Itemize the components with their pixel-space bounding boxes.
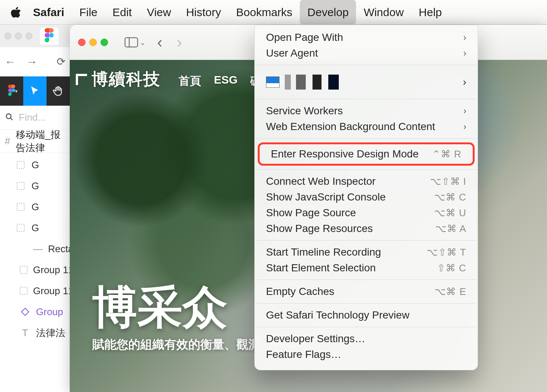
menu-shortcut: ⌥⌘ U <box>434 207 466 219</box>
figma-search-input[interactable] <box>19 112 65 123</box>
layer-row[interactable]: Group <box>0 301 70 322</box>
svg-rect-11 <box>125 37 138 47</box>
frame-name: 移动端_报告法律 <box>16 128 65 154</box>
site-logo-text: 博續科技 <box>92 68 161 90</box>
menubar-develop[interactable]: Develop <box>300 0 356 24</box>
layer-row[interactable]: G <box>0 175 70 196</box>
layer-label: G <box>32 180 39 192</box>
sidebar-icon <box>125 37 138 48</box>
safari-forward-button[interactable]: › <box>174 33 185 51</box>
menu-label: Show JavaScript Console <box>266 191 386 203</box>
traffic-min-icon[interactable] <box>15 33 22 39</box>
nav-forward-icon[interactable]: → <box>26 55 38 68</box>
group-icon <box>15 224 26 232</box>
layer-label: Group <box>36 306 63 318</box>
figma-window: ← → ⟳ ▾ # 移动端_报告法律 G G G G —Recta Group … <box>0 25 70 392</box>
menu-label: Developer Settings… <box>266 333 365 345</box>
menu-js-console[interactable]: Show JavaScript Console⌥⌘ C <box>255 189 478 205</box>
menubar-app-name[interactable]: Safari <box>26 0 72 24</box>
layer-row[interactable]: G <box>0 217 70 238</box>
safari-back-button[interactable]: ‹ <box>154 33 165 51</box>
chevron-right-icon: › <box>463 121 466 132</box>
menu-shortcut: ⌥⌘ E <box>434 286 466 298</box>
menu-tech-preview[interactable]: Get Safari Technology Preview <box>255 307 478 323</box>
svg-rect-8 <box>20 266 27 273</box>
menu-connect-inspector[interactable]: Connect Web Inspector⌥⇧⌘ I <box>255 174 478 189</box>
menubar-view[interactable]: View <box>139 0 178 24</box>
menubar-window[interactable]: Window <box>356 0 411 24</box>
traffic-max-icon[interactable] <box>26 33 32 39</box>
menubar-edit[interactable]: Edit <box>105 0 140 24</box>
traffic-close-icon[interactable] <box>78 39 86 46</box>
chevron-right-icon: › <box>463 32 466 43</box>
menu-feature-flags[interactable]: Feature Flags… <box>255 347 478 362</box>
traffic-min-icon[interactable] <box>89 39 97 46</box>
chevron-right-icon: › <box>463 48 466 58</box>
move-tool[interactable] <box>23 76 47 106</box>
layer-row[interactable]: —Recta <box>0 238 70 259</box>
search-icon <box>5 113 14 123</box>
menubar-help[interactable]: Help <box>411 0 449 24</box>
menu-separator <box>256 240 476 241</box>
menu-web-ext-bg[interactable]: Web Extension Background Content› <box>255 119 478 135</box>
layer-row[interactable]: Group 1171 <box>0 259 70 280</box>
nav-refresh-icon[interactable]: ⟳ <box>57 55 65 68</box>
menu-label: Empty Caches <box>266 286 334 298</box>
svg-point-0 <box>49 33 54 37</box>
menubar-bookmarks[interactable]: Bookmarks <box>228 0 300 24</box>
hero-title: 博采众 <box>92 277 227 338</box>
menu-element-selection[interactable]: Start Element Selection⇧⌘ C <box>255 260 478 276</box>
svg-point-2 <box>6 114 11 118</box>
pixelated-text-icon <box>285 75 458 90</box>
menu-shortcut: ⇧⌘ C <box>437 262 466 274</box>
svg-rect-6 <box>17 203 24 210</box>
menu-timeline-recording[interactable]: Start Timeline Recording⌥⇧⌘ T <box>255 244 478 260</box>
layer-row[interactable]: G <box>0 196 70 217</box>
menu-open-page-with[interactable]: Open Page With› <box>255 30 478 45</box>
layer-row[interactable]: Group 1171 <box>0 280 70 301</box>
menu-page-resources[interactable]: Show Page Resources⌥⌘ A <box>255 221 478 236</box>
svg-rect-4 <box>17 161 24 168</box>
nav-back-icon[interactable]: ← <box>5 55 16 68</box>
cursor-icon <box>29 85 41 97</box>
group-icon <box>15 203 26 211</box>
layer-row[interactable]: T法律法 <box>0 322 70 343</box>
apple-icon[interactable] <box>7 6 26 18</box>
chevron-down-icon: ⌄ <box>140 38 146 47</box>
menu-label: Show Page Source <box>266 207 356 219</box>
menu-shortcut: ⌥⇧⌘ T <box>427 247 466 258</box>
menu-service-workers[interactable]: Service Workers› <box>255 103 478 119</box>
menu-shortcut: ⌃⌘ R <box>432 148 461 160</box>
menu-user-agent[interactable]: User Agent› <box>255 45 478 61</box>
frame-row[interactable]: # 移动端_报告法律 <box>0 130 70 153</box>
figma-tab[interactable] <box>40 27 59 45</box>
layer-row[interactable]: G <box>0 154 70 175</box>
figma-menu-button[interactable]: ▾ <box>0 76 23 106</box>
menu-developer-settings[interactable]: Developer Settings… <box>255 331 478 347</box>
menu-page-source[interactable]: Show Page Source⌥⌘ U <box>255 205 478 221</box>
device-icon <box>266 76 280 88</box>
figma-nav: ← → ⟳ <box>0 47 70 76</box>
group-icon <box>20 266 28 274</box>
menu-separator <box>256 65 476 65</box>
menu-label: Open Page With <box>266 31 343 43</box>
menubar-file[interactable]: File <box>72 0 105 24</box>
figma-toolbar: ▾ <box>0 76 70 106</box>
hand-tool[interactable] <box>47 76 70 106</box>
chevron-right-icon: › <box>463 106 466 116</box>
traffic-close-icon[interactable] <box>5 33 11 39</box>
nav-link-home[interactable]: 首頁 <box>179 73 201 89</box>
menu-label: Connect Web Inspector <box>266 175 376 187</box>
menu-device-row[interactable]: › <box>266 69 466 95</box>
figma-search <box>0 106 70 130</box>
menu-shortcut: ⌥⇧⌘ I <box>430 176 466 187</box>
menubar-history[interactable]: History <box>179 0 228 24</box>
layer-label: G <box>32 159 39 171</box>
menu-separator <box>256 303 476 304</box>
traffic-max-icon[interactable] <box>101 39 108 46</box>
sidebar-toggle-button[interactable]: ⌄ <box>125 37 146 48</box>
menu-responsive-design[interactable]: Enter Responsive Design Mode⌃⌘ R <box>260 145 473 163</box>
nav-link-esg[interactable]: ESG <box>214 73 237 89</box>
site-logo[interactable]: 博續科技 <box>76 68 161 90</box>
menu-empty-caches[interactable]: Empty Caches⌥⌘ E <box>255 284 478 299</box>
